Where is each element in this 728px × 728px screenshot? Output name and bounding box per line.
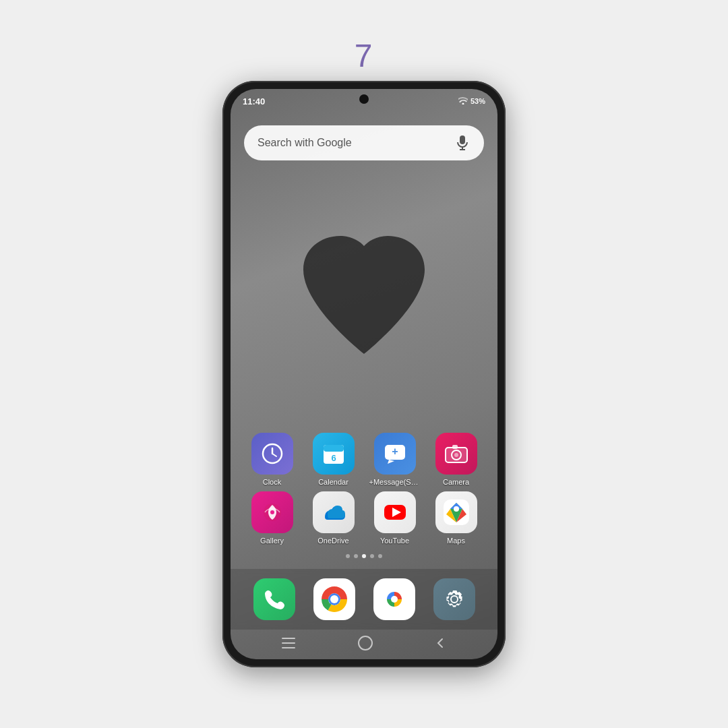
phone-icon bbox=[253, 578, 295, 620]
camera-label: Camera bbox=[443, 478, 469, 486]
svg-rect-27 bbox=[282, 638, 295, 639]
mic-icon[interactable] bbox=[452, 132, 473, 154]
message-icon: + bbox=[374, 433, 416, 475]
heart-svg bbox=[297, 233, 431, 361]
svg-point-24 bbox=[330, 595, 338, 603]
step-number: 7 bbox=[355, 37, 374, 74]
clock-icon bbox=[251, 433, 293, 475]
photos-icon bbox=[373, 578, 415, 620]
page-dots bbox=[241, 550, 487, 562]
page-wrapper: 7 11:40 53% bbox=[0, 0, 728, 728]
dock-phone[interactable] bbox=[249, 578, 300, 620]
search-bar[interactable]: Search with Google bbox=[244, 125, 484, 160]
svg-rect-15 bbox=[452, 445, 458, 449]
wifi-icon bbox=[458, 96, 468, 106]
svg-point-17 bbox=[270, 510, 274, 514]
phone-frame: 11:40 53% Search wi bbox=[222, 81, 506, 667]
svg-point-21 bbox=[454, 506, 459, 512]
dot-2 bbox=[354, 554, 358, 558]
svg-rect-29 bbox=[282, 647, 295, 648]
maps-icon bbox=[435, 491, 477, 533]
youtube-label: YouTube bbox=[380, 537, 409, 545]
home-content: Search with Google bbox=[231, 113, 497, 569]
home-button[interactable] bbox=[358, 636, 373, 654]
svg-rect-28 bbox=[282, 642, 295, 644]
dot-4 bbox=[370, 554, 374, 558]
dot-5 bbox=[378, 554, 382, 558]
clock-label: Clock bbox=[263, 478, 282, 486]
app-camera[interactable]: Camera bbox=[431, 433, 482, 486]
chrome-icon bbox=[313, 578, 355, 620]
nav-bar bbox=[231, 630, 497, 659]
calendar-icon: 6 bbox=[313, 433, 355, 475]
app-onedrive[interactable]: OneDrive bbox=[308, 491, 359, 545]
app-clock[interactable]: Clock bbox=[247, 433, 298, 486]
dock-settings[interactable] bbox=[429, 578, 480, 620]
youtube-icon bbox=[374, 491, 416, 533]
onedrive-label: OneDrive bbox=[317, 537, 348, 545]
recent-apps-button[interactable] bbox=[282, 638, 295, 652]
app-calendar[interactable]: 6 Calendar bbox=[308, 433, 359, 486]
dock-photos[interactable] bbox=[369, 578, 420, 620]
svg-point-14 bbox=[454, 453, 458, 457]
dot-1 bbox=[346, 554, 350, 558]
svg-text:+: + bbox=[392, 446, 398, 457]
dot-3-active bbox=[362, 554, 366, 558]
dock-area bbox=[231, 569, 497, 630]
back-button[interactable] bbox=[435, 636, 446, 653]
status-bar: 11:40 53% bbox=[231, 89, 497, 113]
settings-icon bbox=[433, 578, 475, 620]
calendar-label: Calendar bbox=[318, 478, 348, 486]
heart-wallpaper bbox=[241, 160, 487, 433]
message-label: +Message(SM... bbox=[369, 478, 421, 486]
search-placeholder: Search with Google bbox=[257, 137, 452, 149]
svg-point-26 bbox=[391, 596, 398, 603]
dock-chrome[interactable] bbox=[309, 578, 360, 620]
status-icons: 53% bbox=[458, 96, 485, 106]
phone-screen: 11:40 53% Search wi bbox=[231, 89, 497, 659]
app-gallery[interactable]: Gallery bbox=[247, 491, 298, 545]
app-maps[interactable]: Maps bbox=[431, 491, 482, 545]
status-time: 11:40 bbox=[243, 96, 265, 107]
svg-text:6: 6 bbox=[331, 453, 336, 463]
app-row-1: Clock 6 Calendar bbox=[241, 433, 487, 486]
battery-text: 53% bbox=[471, 97, 485, 105]
app-youtube[interactable]: YouTube bbox=[369, 491, 421, 545]
gallery-label: Gallery bbox=[260, 537, 284, 545]
svg-rect-7 bbox=[324, 445, 344, 452]
onedrive-icon bbox=[313, 491, 355, 533]
svg-rect-0 bbox=[460, 135, 465, 144]
camera-notch bbox=[359, 94, 369, 104]
gallery-icon bbox=[251, 491, 293, 533]
svg-line-5 bbox=[272, 454, 276, 456]
maps-label: Maps bbox=[447, 537, 465, 545]
app-message[interactable]: + +Message(SM... bbox=[369, 433, 421, 486]
app-row-2: Gallery OneDrive bbox=[241, 491, 487, 545]
svg-point-30 bbox=[359, 636, 372, 650]
camera-icon bbox=[435, 433, 477, 475]
